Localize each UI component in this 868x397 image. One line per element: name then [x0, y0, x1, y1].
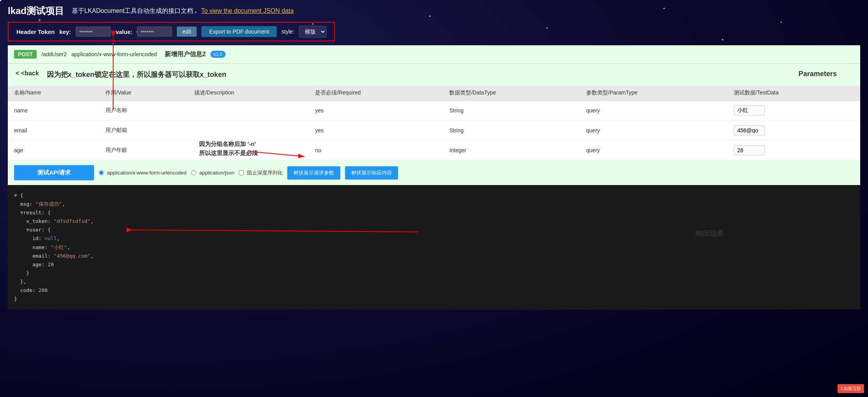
token-label: Header Token — [16, 28, 55, 35]
cell-value: 用户邮箱 — [99, 121, 188, 141]
col-paramtype: 参数类型/ParamType — [580, 85, 727, 101]
col-testdata: 测试数据/TestData — [727, 85, 860, 101]
header: lkad测试项目 基于LKADocument工具自动生成的接口文档 To vie… — [0, 0, 868, 22]
cell-paramtype: query — [580, 121, 727, 141]
method-badge: POST — [14, 50, 37, 59]
annotation-area: < <back 因为把x_token锁定在这里，所以服务器可以获取x_token… — [8, 64, 860, 160]
cell-datatype: Integer — [443, 141, 580, 160]
content-type: application/x-www-form-urlencoded — [71, 51, 157, 57]
table-row: name 用户名称 yes String query — [8, 101, 860, 121]
toolbar: Header Token key: value: edit Export to … — [8, 22, 335, 41]
checkbox-group: 阻止深度序列化 — [239, 169, 283, 176]
cell-value: 用户名称 — [99, 101, 188, 121]
cell-required: yes — [309, 101, 443, 121]
style-select[interactable]: 横版 竖版 — [299, 26, 326, 37]
cell-name: email — [8, 121, 99, 141]
api-bar: POST /addUser2 application/x-www-form-ur… — [8, 45, 860, 64]
table-header-row: 名称/Name 作用/Value 描述/Description 是否必须/Req… — [8, 85, 860, 101]
cell-description — [188, 141, 309, 160]
cell-testdata[interactable] — [727, 121, 860, 141]
app-subtitle: 基于LKADocument工具自动生成的接口文档 — [72, 7, 193, 15]
col-value: 作用/Value — [99, 85, 188, 101]
params-title: Parameters — [799, 70, 837, 78]
tree-response-button[interactable]: 树状展示响应内容 — [345, 166, 398, 180]
json-data-link[interactable]: To view the document JSON data — [201, 7, 293, 14]
api-title: 新增用户信息2 — [165, 50, 206, 59]
cell-datatype: String — [443, 121, 580, 141]
tree-request-button[interactable]: 树状展示请求参数 — [287, 166, 340, 180]
cell-paramtype: query — [580, 101, 727, 121]
edit-button[interactable]: edit — [177, 27, 197, 37]
test-api-button[interactable]: 测试API请求 — [14, 165, 94, 180]
params-table: 名称/Name 作用/Value 描述/Description 是否必须/Req… — [8, 85, 860, 160]
col-datatype: 数据类型/DataType — [443, 85, 580, 101]
version-badge: v1.0 — [210, 51, 226, 58]
cell-name: name — [8, 101, 99, 121]
test-section: 测试API请求 application/x-www-form-urlencode… — [8, 160, 860, 185]
watermark: C创新互联 — [838, 384, 864, 393]
export-pdf-button[interactable]: Export to PDF document — [201, 26, 277, 37]
back-section: < <back 因为把x_token锁定在这里，所以服务器可以获取x_token… — [8, 64, 860, 85]
radio-group-2: application/json — [191, 170, 235, 176]
cell-testdata[interactable] — [727, 101, 860, 121]
checkbox-label: 阻止深度序列化 — [247, 169, 283, 176]
response-area: ▼ { msg: "保存成功", ▼result: { x_token: "df… — [8, 185, 860, 310]
col-name: 名称/Name — [8, 85, 99, 101]
radio-json[interactable] — [191, 170, 196, 175]
col-description: 描述/Description — [188, 85, 309, 101]
table-row: email 用户邮箱 yes String query — [8, 121, 860, 141]
cell-testdata[interactable] — [727, 141, 860, 160]
cell-description — [188, 121, 309, 141]
table-row: age 用户年龄 no Integer query — [8, 141, 860, 160]
radio-group-1: application/x-www-form-urlencoded — [99, 170, 187, 176]
col-required: 是否必须/Required — [309, 85, 443, 101]
cell-value: 用户年龄 — [99, 141, 188, 160]
response-json: ▼ { msg: "保存成功", ▼result: { x_token: "df… — [14, 191, 854, 303]
deep-serialize-checkbox[interactable] — [239, 170, 244, 175]
radio-form-urlencoded[interactable] — [99, 170, 104, 175]
radio-label-2: application/json — [199, 170, 235, 176]
endpoint-path: /addUser2 — [41, 51, 67, 57]
test-data-input[interactable] — [734, 145, 765, 155]
cell-datatype: String — [443, 101, 580, 121]
token-value-input[interactable] — [137, 27, 172, 37]
style-label: style: — [281, 28, 294, 35]
test-data-input[interactable] — [734, 125, 765, 135]
back-link[interactable]: < <back — [16, 70, 39, 77]
cell-name: age — [8, 141, 99, 160]
cell-required: no — [309, 141, 443, 160]
main-content: POST /addUser2 application/x-www-form-ur… — [8, 45, 860, 310]
cell-paramtype: query — [580, 141, 727, 160]
token-key-input[interactable] — [76, 27, 111, 37]
cell-required: yes — [309, 121, 443, 141]
value-label: value: — [116, 28, 132, 35]
cell-description — [188, 101, 309, 121]
test-data-input[interactable] — [734, 105, 765, 116]
radio-label-1: application/x-www-form-urlencoded — [107, 170, 187, 176]
back-annotation: 因为把x_token锁定在这里，所以服务器可以获取x_token — [47, 70, 226, 79]
app-title: lkad测试项目 — [8, 5, 64, 17]
key-label: key: — [59, 28, 71, 35]
